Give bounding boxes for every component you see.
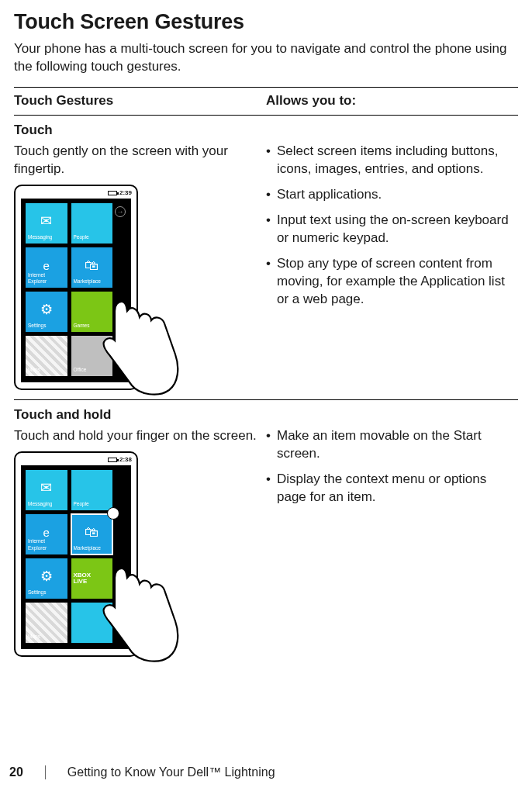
list-item: Make an item movable on the Start screen… <box>266 427 518 463</box>
table-header-row: Touch Gestures Allows you to: <box>14 88 518 116</box>
allows-list: Make an item movable on the Start screen… <box>266 427 518 506</box>
live-tile-selected: 🛍 Marketplace ✕ <box>71 514 113 554</box>
status-bar: 2:38 <box>108 456 132 465</box>
list-item: Display the context menu or options page… <box>266 471 518 506</box>
phone-screen: ✉Messaging People eInternet Explorer 🛍 M… <box>21 465 131 649</box>
live-tile: eInternet Explorer <box>26 514 67 554</box>
status-time: 2:38 <box>119 456 132 465</box>
chapter-title: Getting to Know Your Dell™ Lightning <box>67 764 275 781</box>
intro-paragraph: Your phone has a multi-touch screen for … <box>14 40 518 76</box>
live-tile: Maps <box>26 603 67 643</box>
live-tile: ⚙Settings <box>26 292 67 332</box>
live-tile <box>71 603 113 643</box>
gesture-desc: Touch and hold your finger on the screen… <box>14 427 260 445</box>
phone-screen: → ✉Messaging People eInternet Explorer 🛍… <box>21 199 131 382</box>
live-tile: eInternet Explorer <box>26 247 67 288</box>
gesture-name: Touch <box>14 116 518 143</box>
status-time: 2:39 <box>119 189 132 198</box>
table-header-left: Touch Gestures <box>14 92 266 110</box>
live-tile: XBOX LIVE <box>71 558 113 599</box>
list-item: Stop any type of screen content from mov… <box>266 255 518 309</box>
phone-illustration: 2:38 ✉Messaging People eInternet Explore… <box>14 451 138 657</box>
gesture-section-touch: Touch Touch gently on the screen with yo… <box>14 116 518 400</box>
tile-grid: ✉Messaging People eInternet Explorer 🛍Ma… <box>26 203 112 378</box>
live-tile: Maps <box>26 336 67 376</box>
footer-separator <box>45 765 46 779</box>
page-footer: 20 Getting to Know Your Dell™ Lightning <box>9 764 275 781</box>
list-item: Input text using the on-screen keyboard … <box>266 212 518 247</box>
tile-grid: ✉Messaging People eInternet Explorer 🛍 M… <box>26 470 112 644</box>
allows-list: Select screen items including buttons, i… <box>266 143 518 309</box>
list-item: Select screen items including buttons, i… <box>266 143 518 178</box>
close-icon: ✕ <box>107 507 119 520</box>
gesture-desc: Touch gently on the screen with your fin… <box>14 143 260 178</box>
battery-icon <box>108 191 117 195</box>
live-tile: People <box>71 203 113 244</box>
status-bar: 2:39 <box>108 189 132 198</box>
page-title: Touch Screen Gestures <box>14 8 518 36</box>
live-tile: People <box>71 470 113 510</box>
gesture-name: Touch and hold <box>14 400 518 427</box>
arrow-circle-icon: → <box>115 206 126 217</box>
phone-illustration: 2:39 → ✉Messaging People eInternet Explo… <box>14 185 138 390</box>
battery-icon <box>108 458 117 462</box>
live-tile: ✉Messaging <box>26 470 67 510</box>
live-tile: ⚙Settings <box>26 558 67 599</box>
page-number: 20 <box>9 764 23 781</box>
live-tile: Games <box>71 292 113 332</box>
live-tile: 🛍Marketplace <box>71 247 113 288</box>
gesture-section-touch-hold: Touch and hold Touch and hold your finge… <box>14 400 518 662</box>
live-tile: Office <box>71 336 113 376</box>
list-item: Start applications. <box>266 186 518 204</box>
table-header-right: Allows you to: <box>266 92 518 110</box>
live-tile: ✉Messaging <box>26 203 67 244</box>
